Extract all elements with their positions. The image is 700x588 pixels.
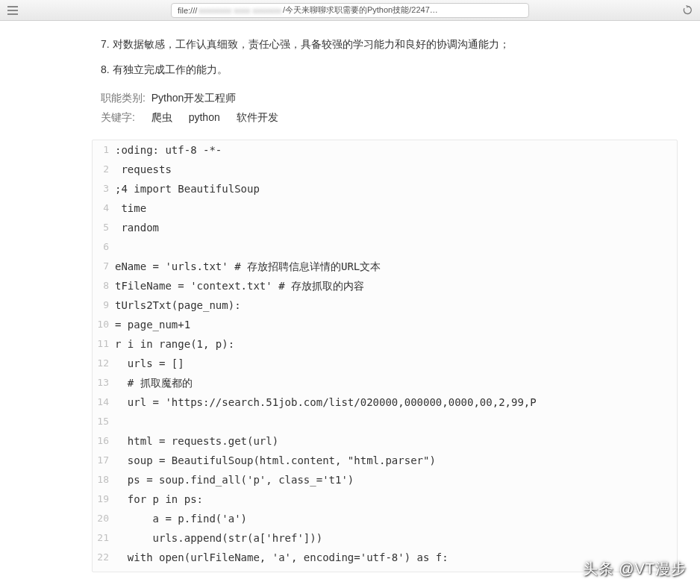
code-text: :oding: utf-8 -*- — [115, 140, 677, 160]
url-suffix: /今天来聊聊求职需要的Python技能/2247… — [283, 4, 438, 16]
line-number: 22 — [93, 548, 115, 567]
code-line: 18 ps = soup.find_all('p', class_='t1') — [93, 470, 677, 490]
requirement-7: 7. 对数据敏感，工作认真细致，责任心强，具备较强的学习能力和良好的协调沟通能力… — [101, 36, 700, 52]
line-number: 12 — [93, 354, 115, 373]
code-text: r i in range(1, p): — [115, 334, 677, 354]
code-text — [115, 237, 677, 257]
line-number: 21 — [93, 528, 115, 548]
code-text: html = requests.get(url) — [115, 431, 677, 451]
code-line: 14 url = 'https://search.51job.com/list/… — [93, 392, 677, 412]
keywords-row: 关键字: 爬虫 python 软件开发 — [101, 111, 700, 125]
code-line: 19 for p in ps: — [93, 490, 677, 509]
code-line: 13 # 抓取魔都的 — [93, 373, 677, 392]
svg-rect-2 — [7, 13, 18, 15]
code-line: 20 a = p.find('a') — [93, 509, 677, 528]
line-number: 2 — [93, 160, 115, 179]
code-line: 3;4 import BeautifulSoup — [93, 179, 677, 198]
browser-toolbar: file:/// xxxxxxxx xxxx xxxxxxx /今天来聊聊求职需… — [0, 0, 700, 21]
line-number: 13 — [93, 373, 115, 392]
code-line: 6 — [93, 237, 677, 257]
line-number: 8 — [93, 276, 115, 295]
url-bar[interactable]: file:/// xxxxxxxx xxxx xxxxxxx /今天来聊聊求职需… — [171, 3, 529, 18]
code-text: = page_num+1 — [115, 315, 677, 334]
code-line: 8tFileName = 'context.txt' # 存放抓取的内容 — [93, 276, 677, 295]
code-block[interactable]: 1:oding: utf-8 -*-2 requests3;4 import B… — [92, 140, 678, 572]
code-text: # 抓取魔都的 — [115, 373, 677, 392]
code-line: 4 time — [93, 198, 677, 218]
line-number: 19 — [93, 490, 115, 509]
line-number: 11 — [93, 334, 115, 354]
code-line: 10= page_num+1 — [93, 315, 677, 334]
line-number: 17 — [93, 451, 115, 470]
code-text: urls = [] — [115, 354, 677, 373]
code-line: 15 — [93, 412, 677, 431]
code-line: 11r i in range(1, p): — [93, 334, 677, 354]
code-text: for p in ps: — [115, 490, 677, 509]
code-line: 16 html = requests.get(url) — [93, 431, 677, 451]
line-number: 10 — [93, 315, 115, 334]
sidebar-toggle-icon[interactable] — [6, 4, 19, 17]
code-text: ;4 import BeautifulSoup — [115, 179, 677, 198]
page-content: 7. 对数据敏感，工作认真细致，责任心强，具备较强的学习能力和良好的协调沟通能力… — [0, 21, 700, 572]
code-text: random — [115, 218, 677, 237]
line-number: 20 — [93, 509, 115, 528]
svg-rect-1 — [7, 10, 18, 11]
svg-rect-0 — [7, 6, 18, 7]
code-text: eName = 'urls.txt' # 存放招聘信息详情的URL文本 — [115, 257, 677, 276]
line-number: 18 — [93, 470, 115, 490]
line-number: 5 — [93, 218, 115, 237]
code-text: tUrls2Txt(page_num): — [115, 295, 677, 315]
code-line: 9tUrls2Txt(page_num): — [93, 295, 677, 315]
line-number: 7 — [93, 257, 115, 276]
line-number: 16 — [93, 431, 115, 451]
line-number: 9 — [93, 295, 115, 315]
code-text: url = 'https://search.51job.com/list/020… — [115, 392, 677, 412]
code-line: 17 soup = BeautifulSoup(html.content, "h… — [93, 451, 677, 470]
code-text: time — [115, 198, 677, 218]
line-number: 1 — [93, 140, 115, 160]
code-line: 21 urls.append(str(a['href'])) — [93, 528, 677, 548]
code-line: 12 urls = [] — [93, 354, 677, 373]
line-number: 4 — [93, 198, 115, 218]
code-text: ps = soup.find_all('p', class_='t1') — [115, 470, 677, 490]
job-category: 职能类别: Python开发工程师 — [101, 92, 700, 105]
code-text: urls.append(str(a['href'])) — [115, 528, 677, 548]
line-number: 3 — [93, 179, 115, 198]
url-prefix: file:/// — [178, 6, 197, 15]
url-blurred: xxxxxxxx xxxx xxxxxxx — [199, 6, 281, 15]
watermark: 头条 @VT漫步 — [583, 559, 687, 579]
code-line: 5 random — [93, 218, 677, 237]
category-label: 职能类别: — [101, 92, 146, 104]
category-value: Python开发工程师 — [151, 92, 237, 104]
keyword-1: 爬虫 — [151, 111, 172, 123]
reload-icon[interactable] — [681, 4, 694, 17]
keyword-3: 软件开发 — [237, 111, 278, 123]
code-line: 1:oding: utf-8 -*- — [93, 140, 677, 160]
requirement-8: 8. 有独立完成工作的能力。 — [101, 61, 700, 78]
code-text: a = p.find('a') — [115, 509, 677, 528]
code-line: 2 requests — [93, 160, 677, 179]
keyword-2: python — [189, 111, 220, 123]
line-number: 15 — [93, 412, 115, 431]
keywords-label: 关键字: — [101, 111, 135, 123]
line-number: 6 — [93, 237, 115, 257]
code-text — [115, 412, 677, 431]
code-text: tFileName = 'context.txt' # 存放抓取的内容 — [115, 276, 677, 295]
code-text: requests — [115, 160, 677, 179]
line-number: 14 — [93, 392, 115, 412]
code-text: soup = BeautifulSoup(html.content, "html… — [115, 451, 677, 470]
code-line: 7eName = 'urls.txt' # 存放招聘信息详情的URL文本 — [93, 257, 677, 276]
